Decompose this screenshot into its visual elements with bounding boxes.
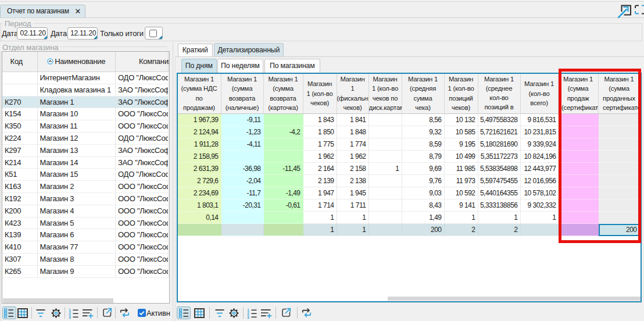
svg-text:3: 3 <box>69 315 71 318</box>
svg-text:3: 3 <box>247 315 249 318</box>
